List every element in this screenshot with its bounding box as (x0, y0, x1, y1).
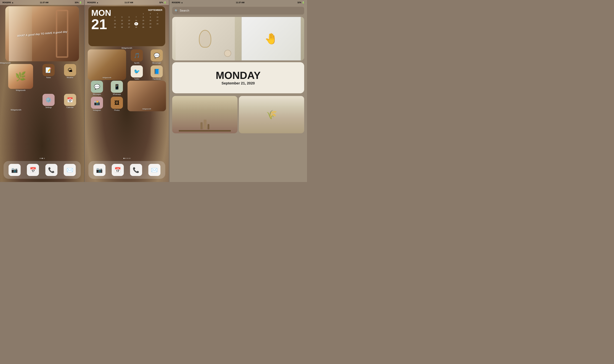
left-photo-panel (175, 17, 235, 60)
photos-app[interactable]: 🖼 Photos (108, 97, 126, 111)
messages-app[interactable]: 💬 Messages (88, 81, 106, 95)
cal-11: 11 (113, 19, 117, 22)
vase-1 (200, 122, 203, 130)
messenger-icon: 💬 (151, 49, 163, 62)
cal-7: 7 (134, 15, 138, 19)
dock-phone-2[interactable]: 📞 (130, 164, 142, 176)
messenger-label: Messenger (152, 62, 161, 64)
photo-left[interactable] (172, 96, 238, 133)
notes-app[interactable]: 📝 Notes (42, 64, 55, 91)
dot-s2-1 (123, 158, 124, 159)
dock-calendar-2[interactable]: 📅 (112, 164, 124, 176)
phone-screen-1: ROGERS ▲ 11:37 AM 32% 🔋 WHAT A good day … (0, 0, 84, 182)
twitter-app[interactable]: 🐦 Twitter (128, 65, 146, 80)
spotify-app[interactable]: 🎵 Spotify (128, 49, 146, 64)
dock-camera-2[interactable]: 📷 (93, 164, 106, 176)
dock-mail-2[interactable]: ✉️ (148, 164, 160, 176)
phone-screen-3: ROGERS ▲ 11:37 AM 32% 🔋 🔍 Search 🤚 (169, 0, 307, 182)
messenger-app[interactable]: 💬 Messenger (147, 49, 166, 64)
cal-27: 27 (127, 26, 131, 29)
settings-app[interactable]: ⚙️ Settings (42, 94, 55, 108)
dock-phone-1[interactable]: 📞 (45, 164, 57, 176)
widget-top-1[interactable]: WHAT A good day TO HAVE A good day (5, 6, 79, 61)
weather-icon: 🌤 (64, 64, 76, 76)
dot-s2-3 (127, 158, 128, 159)
whatsapp-icon: 📱 (111, 81, 123, 93)
widget-top-image-1: WHAT A good day TO HAVE A good day (5, 6, 79, 61)
status-left-1: ROGERS ▲ (2, 1, 14, 3)
spotify-label: Spotify (134, 62, 140, 64)
battery-2: 32% (159, 1, 163, 3)
calendar-widget[interactable]: MON 21 SEPTEMBER 1 2 3 4 5 6 (88, 6, 165, 46)
status-right-2: 32% 🔋 (159, 1, 166, 4)
facebook-icon: 📘 (151, 65, 163, 78)
right-photo-panel: 🤚 (241, 17, 301, 60)
widgetsmith-2x2-right[interactable]: Widgetsmith (128, 81, 166, 111)
cal-13: 13 (127, 19, 131, 22)
cal-day-num: 21 (91, 17, 111, 31)
messenger-glyph: 💬 (154, 52, 160, 58)
vase-2 (204, 120, 206, 130)
photos-icon: 🖼 (111, 97, 123, 109)
dot-s2-4 (129, 158, 130, 159)
day-widget[interactable]: MONDAY September 21, 2020 (172, 62, 304, 93)
camera-icon-1: 📷 (11, 167, 18, 173)
cal-empty-2 (120, 12, 124, 15)
cal-26: 26 (120, 26, 124, 29)
cal-23: 23 (148, 22, 152, 26)
whatsapp-label: Whatsapp (113, 93, 121, 95)
cal-4: 4 (113, 15, 117, 19)
cal-24: 24 (155, 22, 159, 26)
whatsapp-app[interactable]: 📱 Whatsapp (108, 81, 126, 95)
cal-3: 3 (155, 12, 159, 15)
calendar-app[interactable]: 📅 Calendar (64, 94, 76, 108)
dock-calendar-1[interactable]: 📅 (27, 164, 39, 176)
notes-label: Notes (46, 77, 51, 78)
photo-right[interactable]: 🌾 (239, 96, 304, 133)
cal-21-today: 21 (134, 22, 138, 26)
search-icon: 🔍 (175, 9, 178, 13)
line-art-element: 🤚 (265, 33, 278, 44)
widgetsmith-widget-1[interactable]: 🌿 Widgetsmith (8, 64, 33, 91)
s2-row-top: Widgetsmith 🎵 Spotify 💬 Messenger 🐦 (88, 49, 166, 80)
palm-icon: 🌿 (15, 71, 26, 82)
battery-3: 32% (297, 1, 301, 3)
top-photo-content: 🤚 (172, 17, 304, 60)
page-dots-1 (0, 158, 84, 159)
cal-mon-text: MON (91, 9, 111, 17)
spotify-glyph: 🎵 (134, 52, 140, 58)
dock-camera-1[interactable]: 📷 (9, 164, 21, 176)
status-bar-3: ROGERS ▲ 11:37 AM 32% 🔋 (169, 0, 307, 5)
dock-mail-1[interactable]: ✉️ (64, 164, 76, 176)
weather-app[interactable]: 🌤 Weather (64, 64, 76, 91)
dock-1: 📷 📅 📞 ✉️ (3, 161, 81, 179)
widgetsmith-2x2-label: Widgetsmith (102, 77, 111, 78)
cal-empty-4 (134, 12, 138, 15)
facebook-app[interactable]: 📘 Facebook (147, 65, 166, 80)
spotify-icon: 🎵 (131, 49, 143, 62)
search-text: Search (180, 9, 189, 13)
cal-30: 30 (148, 26, 152, 29)
search-bar[interactable]: 🔍 Search (172, 7, 304, 14)
time-1: 11:37 AM (40, 1, 48, 3)
widgetsmith-2x2[interactable]: Widgetsmith (88, 49, 126, 80)
vase-3 (208, 124, 209, 130)
screen2-app-grid: Widgetsmith 🎵 Spotify 💬 Messenger 🐦 (88, 49, 166, 111)
top-photo-widget[interactable]: 🤚 (172, 17, 304, 60)
cal-19: 19 (120, 22, 124, 26)
cal-22: 22 (141, 22, 145, 26)
phone-icon-1: 📞 (48, 167, 55, 173)
cal-28: 28 (134, 26, 138, 29)
battery-icon-2: 🔋 (164, 1, 166, 4)
phone-screen-2: ROGERS ▲ 11:37 AM 32% 🔋 MON 21 SEPTEMBER (85, 0, 169, 182)
cal-day-left: MON 21 (91, 9, 111, 31)
time-3: 11:37 AM (236, 1, 244, 3)
settings-icon-glyph: ⚙️ (45, 97, 52, 103)
instagram-app[interactable]: 📸 Instagram (88, 97, 106, 111)
cal-18: 18 (113, 22, 117, 26)
vases (200, 120, 209, 130)
camera-icon-2: 📷 (96, 167, 103, 173)
widgetsmith-label-1: Widgetsmith (16, 89, 26, 91)
status-right-1: 32% 🔋 (75, 1, 82, 4)
weather-label: Weather (67, 77, 73, 78)
